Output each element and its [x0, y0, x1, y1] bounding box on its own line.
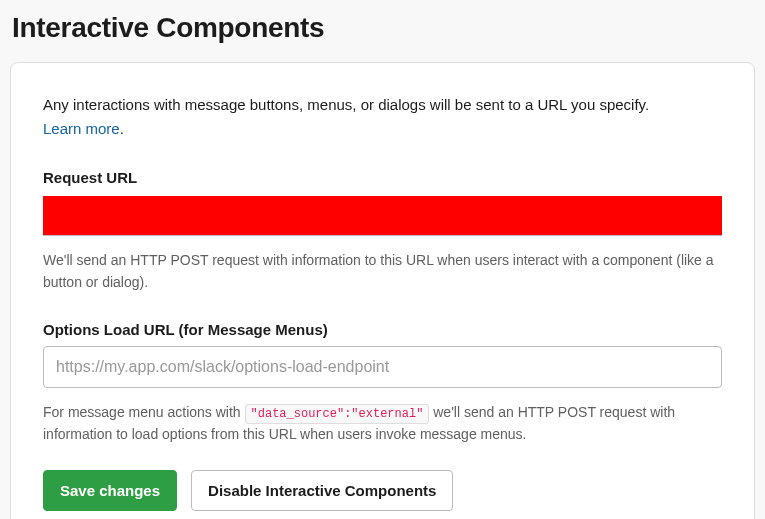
button-row: Save changes Disable Interactive Compone…	[43, 470, 722, 512]
request-url-label: Request URL	[43, 169, 722, 186]
save-button[interactable]: Save changes	[43, 470, 177, 512]
intro-text: Any interactions with message buttons, m…	[43, 96, 649, 113]
page-title: Interactive Components	[0, 0, 765, 62]
intro-block: Any interactions with message buttons, m…	[43, 93, 722, 141]
options-load-url-help: For message menu actions with "data_sour…	[43, 402, 722, 445]
options-help-pre: For message menu actions with	[43, 404, 245, 420]
options-load-url-label: Options Load URL (for Message Menus)	[43, 321, 722, 338]
learn-more-dot: .	[120, 120, 124, 137]
options-load-url-input[interactable]	[43, 346, 722, 388]
request-url-input[interactable]	[43, 196, 722, 236]
settings-panel: Any interactions with message buttons, m…	[10, 62, 755, 519]
request-url-help: We'll send an HTTP POST request with inf…	[43, 250, 722, 293]
learn-more-link[interactable]: Learn more	[43, 120, 120, 137]
options-help-code: "data_source":"external"	[245, 404, 430, 424]
disable-button[interactable]: Disable Interactive Components	[191, 470, 453, 512]
